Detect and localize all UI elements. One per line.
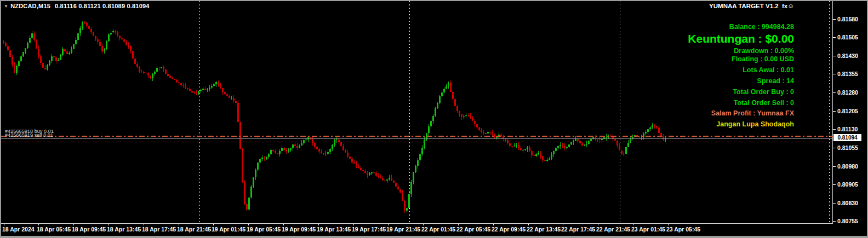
time-axis-tick	[598, 224, 598, 225]
time-axis-label: 18 Apr 21:45	[177, 226, 211, 233]
time-axis-tick	[144, 224, 144, 225]
quote-bar: ▼NZDCAD,M150.81116 0.81121 0.81089 0.810…	[4, 3, 150, 9]
time-axis-label: 22 Apr 13:45	[527, 226, 561, 233]
quote-ohlc-values: 0.81116 0.81121 0.81089 0.81094	[55, 3, 150, 9]
total-order-sell-text: Total Order Sell : 0	[688, 99, 794, 107]
price-axis-tick	[833, 37, 836, 38]
time-axis-label: 18 Apr 09:45	[72, 226, 106, 233]
smiley-icon: ☺	[787, 3, 794, 9]
price-axis-label: 0.80830	[837, 200, 858, 206]
time-axis-tick	[318, 224, 319, 225]
time-axis-tick	[528, 224, 529, 225]
time-axis-label: 22 Apr 09:45	[492, 226, 526, 233]
price-axis-tick	[833, 111, 836, 112]
symbol-period-label: NZDCAD,M15	[10, 3, 50, 9]
price-axis-tick	[833, 129, 836, 130]
time-axis-label: 22 Apr 01:45	[421, 226, 455, 233]
keuntungan-text: Keuntungan : $0.00	[688, 32, 794, 46]
floating-text: Floating : 0.00 USD	[688, 55, 794, 63]
price-axis-label: 0.81580	[837, 16, 858, 22]
price-axis-tick	[833, 221, 836, 222]
ea-title: YUMNAA TARGET V1.2_fx☺	[688, 2, 794, 10]
price-axis-tick	[833, 74, 836, 74]
price-axis-label: 0.81280	[837, 89, 858, 96]
time-axis-tick	[668, 224, 669, 225]
candles-group	[3, 21, 666, 213]
time-axis-tick	[73, 224, 74, 225]
time-axis-tick	[38, 224, 39, 225]
price-axis-label: 0.80905	[837, 181, 858, 188]
balance-text: Balance : 994984.28	[688, 23, 794, 31]
time-axis-label: 23 Apr 05:45	[666, 226, 700, 233]
total-order-buy-text: Total Order Buy : 0	[688, 88, 794, 96]
drawdown-text: Drawdown : 0.00%	[688, 47, 794, 55]
time-axis-label: 22 Apr 21:45	[596, 226, 630, 233]
price-axis-tick	[833, 203, 836, 204]
time-axis-tick	[423, 224, 424, 225]
time-axis-tick	[4, 224, 4, 225]
time-axis-tick	[248, 224, 249, 225]
time-axis-label: 19 Apr 01:45	[212, 226, 245, 233]
ea-info-panel: YUMNAA TARGET V1.2_fx☺ Balance : 994984.…	[688, 2, 794, 129]
time-axis-label: 19 Apr 09:45	[282, 226, 316, 233]
time-axis-tick	[213, 224, 214, 225]
time-axis-tick	[388, 224, 389, 225]
jangan-lupa-text: Jangan Lupa Shodaqoh	[688, 120, 794, 129]
symbol-dropdown-icon[interactable]: ▼	[4, 4, 8, 9]
time-axis-label: 19 Apr 17:45	[352, 226, 386, 233]
time-axis-tick	[108, 224, 109, 225]
time-axis-label: 18 Apr 05:45	[37, 226, 71, 233]
time-axis-tick	[563, 224, 563, 225]
time-axis-label: 22 Apr 17:45	[561, 226, 595, 233]
time-axis-label: 19 Apr 21:45	[386, 226, 420, 233]
sell-order-label[interactable]: #425665919 sell 0.01	[5, 132, 53, 138]
price-axis-tick	[833, 56, 836, 56]
time-axis-tick	[633, 224, 633, 225]
price-axis-label: 0.81205	[837, 108, 858, 114]
time-axis-label: 22 Apr 05:45	[456, 226, 490, 233]
time-axis-label: 18 Apr 2024	[2, 226, 35, 233]
spread-text: Spread : 14	[688, 77, 794, 85]
time-axis-label: 19 Apr 05:45	[247, 226, 281, 233]
time-axis-label: 18 Apr 13:45	[107, 226, 141, 233]
price-axis-label: 0.81055	[837, 144, 858, 151]
time-axis-label: 23 Apr 01:45	[631, 226, 665, 233]
salam-profit-text: Salam Profit : Yumnaa FX	[688, 109, 794, 118]
lots-awal-text: Lots Awal : 0.01	[688, 66, 794, 74]
time-axis[interactable]: 18 Apr 202418 Apr 05:4518 Apr 09:4518 Ap…	[1, 224, 867, 236]
time-axis-tick	[283, 224, 284, 225]
price-axis-label: 0.81430	[837, 53, 858, 59]
time-axis-tick	[493, 224, 494, 225]
price-axis[interactable]: 0.815800.815050.814300.813550.812800.812…	[833, 1, 867, 223]
price-axis-label: 0.80980	[837, 163, 858, 170]
price-axis-tick	[833, 92, 836, 93]
price-axis-label: 0.81130	[837, 126, 858, 132]
time-axis-tick	[353, 224, 354, 225]
time-axis-tick	[179, 224, 179, 225]
price-chart[interactable]: ▼NZDCAD,M150.81116 0.81121 0.81089 0.810…	[1, 1, 833, 224]
time-axis-tick	[458, 224, 459, 225]
time-axis-label: 18 Apr 17:45	[142, 226, 176, 233]
price-axis-label: 0.81505	[837, 34, 858, 40]
price-axis-tick	[833, 19, 836, 20]
price-axis-tick	[833, 166, 836, 167]
order-lines[interactable]	[1, 136, 833, 142]
price-axis-tick	[833, 148, 836, 148]
time-axis-label: 19 Apr 13:45	[317, 226, 351, 233]
price-axis-label: 0.81355	[837, 71, 858, 77]
current-price-tag: 0.81094	[833, 134, 861, 141]
price-axis-tick	[833, 184, 836, 185]
mt4-chart-window: ▼NZDCAD,M150.81116 0.81121 0.81089 0.810…	[0, 0, 868, 238]
